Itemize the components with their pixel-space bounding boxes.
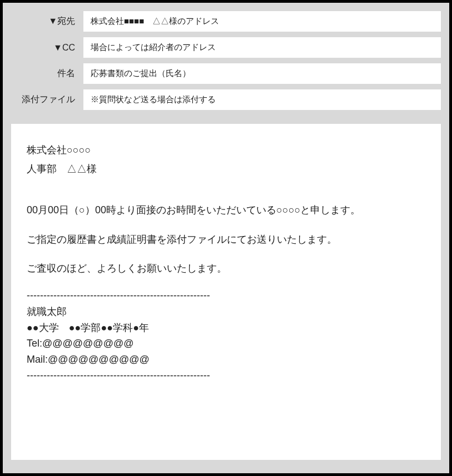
body-text: 00月00日（○）00時より面接のお時間をいただいている○○○○と申します。 ご… [27,201,425,278]
email-body-panel[interactable]: 株式会社○○○○ 人事部 △△様 00月00日（○）00時より面接のお時間をいた… [11,124,441,460]
body-para-2: ご指定の履歴書と成績証明書を添付ファイルにてお送りいたします。 [27,230,425,249]
signature-school: ●●大学 ●●学部●●学科●年 [27,320,425,336]
body-para-1: 00月00日（○）00時より面接のお時間をいただいている○○○○と申します。 [27,201,425,219]
signature-divider-bottom: ----------------------------------------… [27,368,425,384]
signature-name: 就職太郎 [27,304,425,320]
recipient-block: 株式会社○○○○ 人事部 △△様 [27,141,425,178]
body-para-3: ご査収のほど、よろしくお願いいたします。 [27,259,425,278]
to-value[interactable]: 株式会社■■■■ △△様のアドレス [83,11,441,32]
subject-label: 件名 [11,68,78,79]
cc-value[interactable]: 場合によっては紹介者のアドレス [83,37,441,58]
subject-value[interactable]: 応募書類のご提出（氏名） [83,63,441,84]
attachment-value[interactable]: ※質問状など送る場合は添付する [83,89,441,110]
recipient-company: 株式会社○○○○ [27,141,425,159]
signature-tel: Tel:@@@@@@@@@ [27,335,425,352]
recipient-person: 人事部 △△様 [27,159,425,178]
attachment-label: 添付ファイル [11,94,78,106]
email-header-fields: ▼宛先 株式会社■■■■ △△様のアドレス ▼CC 場合によっては紹介者のアドレ… [11,11,441,110]
subject-row: 件名 応募書類のご提出（氏名） [11,63,441,84]
cc-row: ▼CC 場合によっては紹介者のアドレス [11,37,441,58]
signature-block: ----------------------------------------… [27,288,425,384]
signature-divider-top: ----------------------------------------… [27,288,425,304]
signature-mail: Mail:@@@@@@@@@@ [27,352,425,368]
to-label: ▼宛先 [11,16,78,27]
attachment-row: 添付ファイル ※質問状など送る場合は添付する [11,89,441,110]
email-template-frame: ▼宛先 株式会社■■■■ △△様のアドレス ▼CC 場合によっては紹介者のアドレ… [0,0,452,476]
cc-label: ▼CC [11,43,78,53]
to-row: ▼宛先 株式会社■■■■ △△様のアドレス [11,11,441,32]
